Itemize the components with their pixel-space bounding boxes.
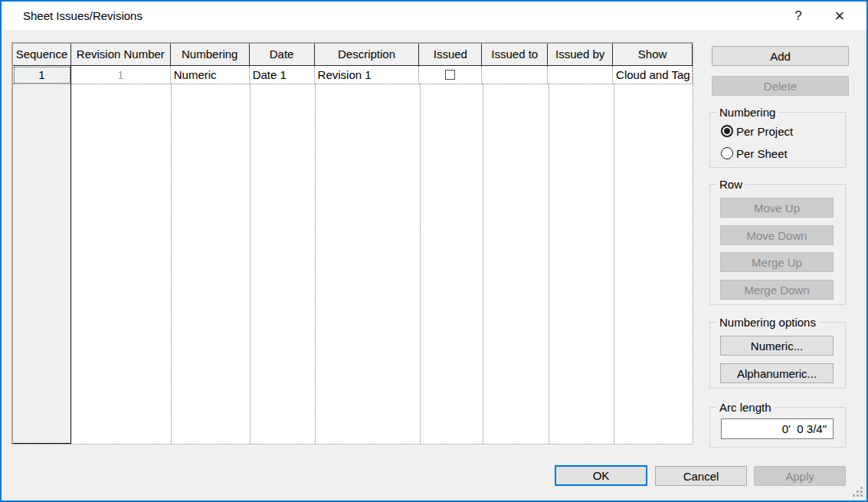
column-header-description: Description — [315, 44, 420, 66]
apply-button[interactable]: Apply — [754, 466, 846, 486]
grid-column-line — [171, 84, 172, 444]
merge-up-button[interactable]: Merge Up — [720, 252, 834, 272]
issued-checkbox[interactable] — [445, 70, 455, 80]
cell-description[interactable]: Revision 1 — [315, 66, 420, 84]
radio-unselected-icon — [721, 147, 733, 159]
row-group-label: Row — [716, 178, 745, 191]
help-icon[interactable]: ? — [781, 2, 816, 30]
title-bar[interactable]: Sheet Issues/Revisions ? × — [2, 2, 866, 30]
add-button[interactable]: Add — [712, 46, 849, 66]
grid-column-line — [250, 84, 251, 444]
cell-revision-number[interactable]: 1 — [71, 66, 171, 84]
column-header-issued: Issued — [419, 44, 482, 66]
close-icon[interactable]: × — [822, 2, 857, 30]
radio-selected-icon — [721, 125, 733, 137]
numbering-options-group-label: Numbering options — [716, 316, 819, 329]
column-header-issued-by: Issued by — [548, 44, 613, 66]
radio-per-sheet-label: Per Sheet — [736, 147, 788, 160]
row-group: Row Move Up Move Down Merge Up Merge Dow… — [709, 184, 846, 305]
row-header-column-strip — [13, 84, 71, 444]
cancel-button[interactable]: Cancel — [655, 466, 747, 486]
cell-numbering[interactable]: Numeric — [171, 66, 250, 84]
column-header-sequence: Sequence — [13, 44, 71, 66]
grid-column-line — [483, 84, 483, 444]
grid-column-line — [315, 84, 316, 444]
move-up-button[interactable]: Move Up — [720, 198, 834, 218]
column-header-revision-number: Revision Number — [71, 44, 171, 66]
arc-length-group-label: Arc length — [716, 401, 775, 414]
cell-show[interactable]: Cloud and Tag — [613, 66, 693, 84]
column-header-show: Show — [613, 44, 693, 66]
cell-issued-by[interactable] — [548, 66, 613, 84]
arc-length-input[interactable] — [721, 418, 834, 439]
delete-button[interactable]: Delete — [712, 76, 849, 96]
ok-button[interactable]: OK — [555, 465, 647, 486]
numeric-button[interactable]: Numeric... — [720, 336, 834, 356]
numbering-group-label: Numbering — [716, 106, 778, 119]
merge-down-button[interactable]: Merge Down — [720, 280, 834, 300]
cell-issued — [419, 66, 482, 84]
radio-per-project[interactable]: Per Project — [721, 124, 793, 138]
table-row: 1 1 Numeric Date 1 Revision 1 Cloud and … — [13, 66, 693, 84]
grid-column-line — [420, 84, 421, 444]
numbering-group: Numbering Per Project Per Sheet — [709, 112, 846, 168]
revisions-table: Sequence Revision Number Numbering Date … — [11, 42, 693, 445]
grid-column-line — [614, 84, 614, 444]
sheet-issues-revisions-dialog: Sheet Issues/Revisions ? × Sequence Revi… — [0, 0, 868, 502]
radio-per-project-label: Per Project — [736, 125, 793, 138]
column-header-issued-to: Issued to — [482, 44, 548, 66]
alphanumeric-button[interactable]: Alphanumeric... — [720, 363, 834, 383]
table-header-row: Sequence Revision Number Numbering Date … — [13, 44, 693, 66]
cell-issued-to[interactable] — [482, 66, 548, 84]
table-empty-area — [13, 84, 693, 444]
cell-date[interactable]: Date 1 — [250, 66, 315, 84]
grid-column-line — [549, 84, 549, 444]
column-header-date: Date — [250, 44, 315, 66]
resize-grip-icon[interactable] — [851, 485, 863, 497]
radio-per-sheet[interactable]: Per Sheet — [721, 146, 788, 160]
cell-sequence[interactable]: 1 — [13, 66, 71, 84]
column-header-numbering: Numbering — [171, 44, 250, 66]
numbering-options-group: Numbering options Numeric... Alphanumeri… — [709, 322, 846, 389]
dialog-title: Sheet Issues/Revisions — [23, 2, 142, 30]
move-down-button[interactable]: Move Down — [720, 225, 834, 245]
